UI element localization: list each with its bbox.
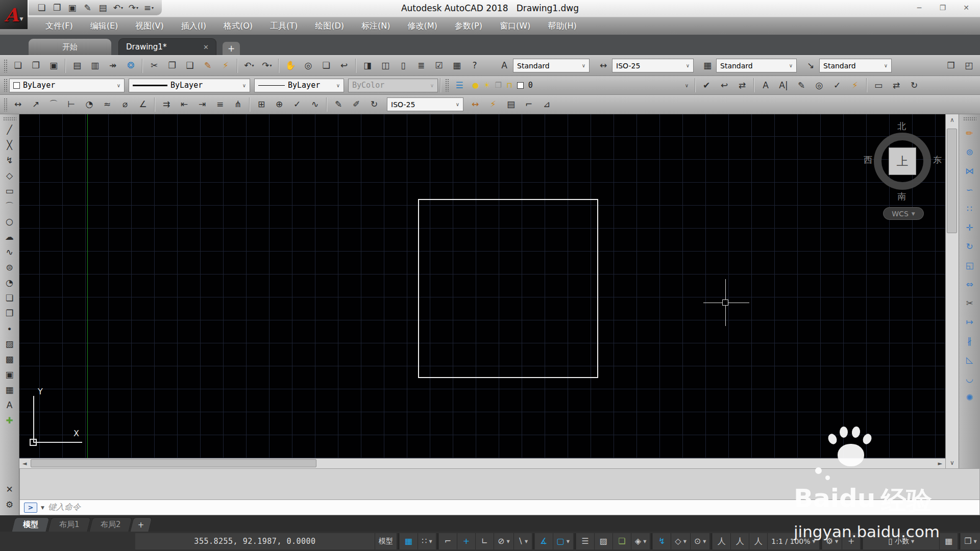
help-icon[interactable]: ? <box>466 58 483 73</box>
spell-check-icon[interactable]: ✓ <box>828 78 846 93</box>
ortho-mode-button[interactable]: ∟ <box>476 533 494 549</box>
style-manager-icon[interactable]: A <box>496 58 513 73</box>
menu-item-edit[interactable]: 编辑(E) <box>82 17 127 35</box>
infer-constraints-button[interactable]: ⌐ <box>439 533 457 549</box>
offset-icon[interactable]: ∽ <box>962 182 978 197</box>
rectangle-icon[interactable]: ▭ <box>2 184 17 198</box>
wcs-dropdown[interactable]: WCS ▼ <box>883 207 924 220</box>
layer-control-combo[interactable]: ●☀❐⊓ 0 ∨ <box>468 79 693 92</box>
move-icon[interactable]: ✛ <box>962 220 978 235</box>
menu-item-tools[interactable]: 工具(T) <box>261 17 306 35</box>
save-as-icon[interactable]: ✎ <box>81 1 94 14</box>
table-style-combo[interactable]: Standard∨ <box>716 59 797 72</box>
isometric-drafting-button[interactable]: ∖▼ <box>514 533 532 549</box>
dim-arc-length-icon[interactable]: ⌒ <box>45 97 62 112</box>
toolbar-grip[interactable] <box>4 79 7 92</box>
drawing-canvas[interactable]: Y X 上 北 南 西 东 WCS ▼ <box>19 114 945 458</box>
close-button[interactable]: ✕ <box>954 0 978 15</box>
redo-icon[interactable]: ↷▾ <box>258 58 276 73</box>
zoom-realtime-icon[interactable]: ◎ <box>300 58 317 73</box>
menu-item-view[interactable]: 视图(V) <box>127 17 172 35</box>
vertical-scrollbar-thumb[interactable] <box>947 129 957 233</box>
dynamic-input-button[interactable]: + <box>457 533 476 549</box>
paste-icon[interactable]: ❑ <box>181 58 199 73</box>
annotation-visibility-button[interactable]: 人 <box>713 533 731 549</box>
annotation-sync-icon[interactable]: ⇄ <box>888 78 905 93</box>
tab-close-icon[interactable]: ✕ <box>203 43 209 51</box>
quick-dimension-icon[interactable]: ⇉ <box>158 97 175 112</box>
tool-window-icon[interactable]: ❒ <box>942 58 960 73</box>
single-line-text-icon[interactable]: A| <box>775 78 792 93</box>
markup-icon[interactable]: ☑ <box>430 58 448 73</box>
lineweight-control-combo[interactable]: ByLayer ∨ <box>129 79 250 92</box>
scroll-up-icon[interactable]: ∧ <box>950 116 954 123</box>
mleader-style-combo[interactable]: Standard∨ <box>819 59 892 72</box>
viewcube-east-label[interactable]: 东 <box>933 154 942 166</box>
menu-item-insert[interactable]: 插入(I) <box>173 17 215 35</box>
new-file-icon[interactable]: ❏ <box>35 1 48 14</box>
stretch-icon[interactable]: ⇔ <box>962 277 978 292</box>
toolbar-grip[interactable] <box>963 117 976 120</box>
qat-menu-icon[interactable]: ≡▾ <box>142 1 156 14</box>
layer-unlock-icon[interactable]: ⊓ <box>506 82 512 89</box>
dim-continue-icon[interactable]: ⇥ <box>193 97 211 112</box>
command-history[interactable]: 自动保存到 C:\Users\cxyang\appdata\local\temp… <box>19 468 980 500</box>
annotation-update-icon[interactable]: ↻ <box>905 78 923 93</box>
scroll-down-icon[interactable]: ∨ <box>950 459 954 466</box>
grid-display-button[interactable]: ▦ <box>400 533 418 549</box>
construction-line-icon[interactable]: ╳ <box>2 138 17 153</box>
text-style-combo[interactable]: Standard∨ <box>513 59 590 72</box>
add-cleanup-button[interactable]: + <box>842 533 861 549</box>
command-recent-dropdown-icon[interactable]: ▼ <box>41 505 44 510</box>
cut-icon[interactable]: ✂ <box>145 58 163 73</box>
viewcube-south-label[interactable]: 南 <box>897 191 906 203</box>
edit-text-icon[interactable]: ✎ <box>793 78 810 93</box>
layout-tab-model[interactable]: 模型 <box>12 517 50 532</box>
drawn-rectangle[interactable] <box>418 199 598 378</box>
layout-tab-layout1[interactable]: 布局1 <box>48 517 91 532</box>
viewcube-west-label[interactable]: 西 <box>864 154 872 166</box>
close-command-window-icon[interactable]: ✕ <box>2 482 17 497</box>
mirror-icon[interactable]: ⋈ <box>962 163 978 179</box>
spline-icon[interactable]: ∿ <box>2 245 17 260</box>
gizmo-button[interactable]: ◇▼ <box>671 533 690 549</box>
dim-space-icon[interactable]: ≡ <box>211 97 229 112</box>
design-center-icon[interactable]: ◫ <box>377 58 394 73</box>
text-style-icon[interactable]: A <box>757 78 774 93</box>
circle-icon[interactable]: ○ <box>2 214 17 229</box>
selection-cycling-button[interactable]: ❏ <box>613 533 631 549</box>
command-input[interactable]: 键入命令 <box>48 502 81 513</box>
dim-angular-icon[interactable]: ∠ <box>134 97 152 112</box>
new-tab-button[interactable]: + <box>223 42 240 55</box>
dim-edit-icon[interactable]: ✎ <box>330 97 347 112</box>
menu-item-file[interactable]: 文件(F) <box>37 17 82 35</box>
viewcube-north-label[interactable]: 北 <box>897 120 906 132</box>
table-icon[interactable]: ▦ <box>2 383 17 397</box>
scroll-right-icon[interactable]: ► <box>938 460 942 467</box>
save-icon[interactable]: ▣ <box>45 58 62 73</box>
object-snap-button[interactable]: ▢▼ <box>553 533 574 549</box>
layer-properties-icon[interactable]: ☰ <box>451 78 468 93</box>
menu-item-window[interactable]: 窗口(W) <box>491 17 539 35</box>
autocad-logo[interactable]: A ▼ <box>0 0 28 29</box>
find-replace-icon[interactable]: ◎ <box>811 78 828 93</box>
rotate-icon[interactable]: ↻ <box>962 239 978 254</box>
toolbar-grip[interactable] <box>4 59 7 72</box>
quick-select-icon[interactable]: ⚡ <box>217 58 234 73</box>
layout-tab-layout2[interactable]: 布局2 <box>89 517 132 532</box>
scroll-left-icon[interactable]: ◄ <box>22 460 27 467</box>
line-icon[interactable]: ╱ <box>2 122 17 137</box>
lineweight-button[interactable]: ☰ <box>576 533 595 549</box>
dim-style-combo[interactable]: ISO-25∨ <box>612 59 694 72</box>
model-space-button[interactable]: 模型 <box>375 533 397 549</box>
menu-item-dimension[interactable]: 标注(N) <box>353 17 399 35</box>
viewcube-top-face[interactable]: 上 <box>889 147 916 175</box>
quick-text-icon[interactable]: ⚡ <box>846 78 864 93</box>
zoom-window-icon[interactable]: ❏ <box>317 58 335 73</box>
polygon-icon[interactable]: ◇ <box>2 168 17 183</box>
polar-tracking-button[interactable]: ⊘▼ <box>494 533 514 549</box>
layer-match-icon[interactable]: ⇄ <box>733 78 751 93</box>
match-properties-icon[interactable]: ✎ <box>199 58 216 73</box>
ucs-icon-button[interactable]: ⊙▼ <box>691 533 710 549</box>
tool-palettes-icon[interactable]: ▯ <box>395 58 412 73</box>
